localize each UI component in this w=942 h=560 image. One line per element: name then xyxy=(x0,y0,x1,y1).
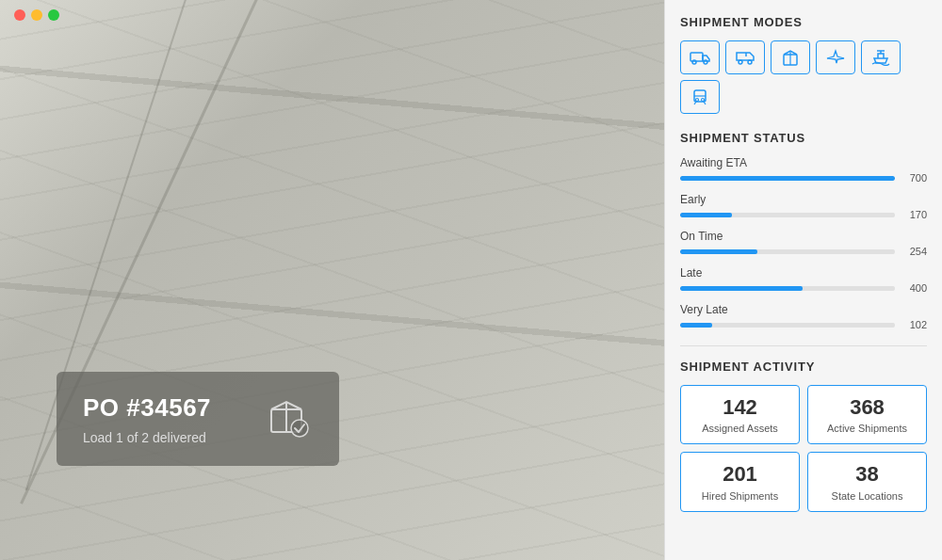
shipment-activity-title: SHIPMENT ACTIVITY xyxy=(680,360,927,374)
map-panel: PO #34567 Load 1 of 2 delivered xyxy=(0,0,664,560)
status-value: 102 xyxy=(901,319,927,330)
po-card[interactable]: PO #34567 Load 1 of 2 delivered xyxy=(57,372,339,466)
po-card-content: PO #34567 Load 1 of 2 delivered xyxy=(83,393,211,445)
status-bar-fill xyxy=(680,286,803,291)
activity-number: 142 xyxy=(689,395,791,420)
status-item: Very Late 102 xyxy=(680,303,927,330)
status-value: 700 xyxy=(901,172,927,184)
status-bar-row: 700 xyxy=(680,172,927,184)
activity-number: 201 xyxy=(689,462,791,487)
activity-label: Hired Shipments xyxy=(689,490,791,502)
window-controls xyxy=(14,9,59,21)
svg-line-18 xyxy=(694,102,696,104)
status-label: Early xyxy=(680,193,927,206)
activity-number: 38 xyxy=(816,462,918,487)
status-label: Awaiting ETA xyxy=(680,156,927,169)
maximize-dot[interactable] xyxy=(48,9,59,21)
activity-label: Active Shipments xyxy=(816,423,918,434)
modes-grid xyxy=(680,40,927,114)
svg-point-17 xyxy=(702,99,705,102)
status-value: 400 xyxy=(901,282,927,294)
status-item: Late 400 xyxy=(680,266,927,294)
svg-point-9 xyxy=(748,60,752,64)
status-label: On Time xyxy=(680,230,927,243)
po-number: PO #34567 xyxy=(83,393,211,423)
status-bar-row: 170 xyxy=(680,209,927,220)
truck-mode-icon[interactable] xyxy=(680,40,720,74)
status-bar-fill xyxy=(680,176,895,181)
ship-mode-icon[interactable] xyxy=(861,40,901,74)
status-bar-fill xyxy=(680,323,712,328)
status-section: Awaiting ETA 700 Early 170 On Time xyxy=(680,156,927,330)
package-check-icon xyxy=(264,392,313,445)
plane-mode-icon[interactable] xyxy=(816,40,855,74)
activity-label: Assigned Assets xyxy=(689,423,791,434)
svg-point-16 xyxy=(696,99,699,102)
status-bar-fill xyxy=(680,249,757,254)
status-value: 170 xyxy=(901,209,927,220)
svg-point-3 xyxy=(291,420,308,437)
right-panel: SHIPMENT MODES xyxy=(664,0,942,560)
svg-point-6 xyxy=(704,60,707,64)
status-bar-bg xyxy=(680,213,895,217)
status-item: Early 170 xyxy=(680,193,927,220)
status-bar-fill xyxy=(680,213,732,217)
van-mode-icon[interactable] xyxy=(725,40,765,74)
map-background xyxy=(0,0,664,560)
svg-point-8 xyxy=(739,60,742,64)
activity-grid: 142 Assigned Assets 368 Active Shipments… xyxy=(680,385,927,512)
status-bar-bg xyxy=(680,249,895,254)
activity-label: State Locations xyxy=(816,490,918,502)
svg-rect-4 xyxy=(690,53,703,61)
train-mode-icon[interactable] xyxy=(680,80,720,114)
status-value: 254 xyxy=(901,246,927,257)
status-bar-row: 102 xyxy=(680,319,927,330)
activity-card[interactable]: 142 Assigned Assets xyxy=(680,385,800,444)
status-item: On Time 254 xyxy=(680,230,927,257)
status-bar-bg xyxy=(680,323,895,328)
status-item: Awaiting ETA 700 xyxy=(680,156,927,184)
po-subtitle: Load 1 of 2 delivered xyxy=(83,430,211,445)
activity-card[interactable]: 38 State Locations xyxy=(807,452,927,511)
svg-point-5 xyxy=(692,60,696,64)
close-dot[interactable] xyxy=(14,9,25,21)
status-bar-bg xyxy=(680,286,895,291)
status-bar-row: 254 xyxy=(680,246,927,257)
activity-number: 368 xyxy=(816,395,918,420)
minimize-dot[interactable] xyxy=(31,9,42,21)
status-bar-row: 400 xyxy=(680,282,927,294)
box-mode-icon[interactable] xyxy=(771,40,810,74)
svg-line-19 xyxy=(704,102,706,104)
section-divider xyxy=(680,345,927,346)
status-label: Very Late xyxy=(680,303,927,316)
shipment-status-title: SHIPMENT STATUS xyxy=(680,131,927,145)
status-bar-bg xyxy=(680,176,895,181)
shipment-modes-title: SHIPMENT MODES xyxy=(680,15,927,29)
activity-card[interactable]: 201 Hired Shipments xyxy=(680,452,800,511)
activity-card[interactable]: 368 Active Shipments xyxy=(807,385,927,444)
status-label: Late xyxy=(680,266,927,280)
